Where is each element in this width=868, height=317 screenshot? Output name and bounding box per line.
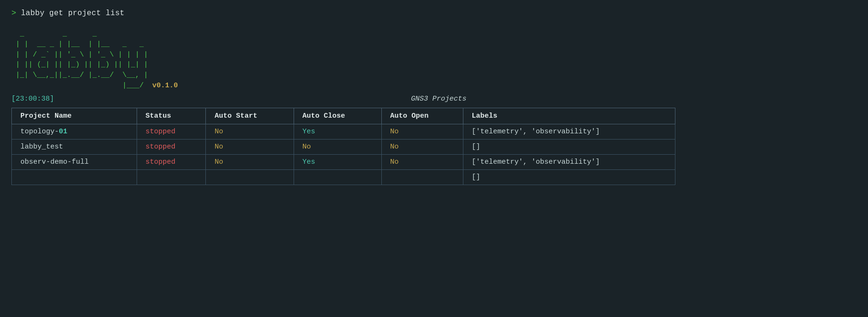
auto-start-value: No — [214, 158, 223, 166]
table-row: labby_test stopped No No No [] — [12, 139, 675, 154]
project-name-text: labby_test — [20, 143, 63, 151]
cell-labels: [] — [463, 169, 675, 185]
cell-auto-close: No — [294, 139, 381, 154]
version-badge: v0.1.0 — [152, 82, 178, 90]
col-header-project-name: Project Name — [12, 108, 137, 124]
ascii-art-text: _ _ _ | | __ _ | |__ | |__ _ _ | | / _` … — [11, 29, 857, 91]
cell-auto-start: No — [206, 124, 294, 139]
auto-close-value: Yes — [303, 128, 315, 136]
col-header-auto-start: Auto Start — [206, 108, 294, 124]
command-line: > labby get project list — [11, 9, 857, 18]
cell-status: stopped — [137, 139, 206, 154]
cell-labels: [] — [463, 139, 675, 154]
auto-open-value: No — [390, 143, 399, 151]
auto-start-value: No — [214, 128, 223, 136]
col-header-labels: Labels — [463, 108, 675, 124]
table-title: GNS3 Projects — [59, 95, 819, 103]
projects-table: Project Name Status Auto Start Auto Clos… — [11, 108, 675, 185]
col-header-auto-close: Auto Close — [294, 108, 381, 124]
col-header-status: Status — [137, 108, 206, 124]
status-value: stopped — [146, 158, 175, 166]
auto-open-value: No — [390, 158, 399, 166]
output-section: [23:00:38] GNS3 Projects Project Name St… — [11, 95, 857, 185]
timestamp-title-row: [23:00:38] GNS3 Projects — [11, 95, 857, 103]
status-value: stopped — [146, 143, 175, 151]
cell-auto-close — [294, 169, 381, 185]
cell-auto-open: No — [381, 154, 463, 169]
ascii-art-banner: _ _ _ | | __ _ | |__ | |__ _ _ | | / _` … — [11, 29, 857, 91]
cell-auto-close: Yes — [294, 124, 381, 139]
table-header-row: Project Name Status Auto Start Auto Clos… — [12, 108, 675, 124]
auto-close-value: Yes — [303, 158, 315, 166]
project-name-highlight: 01 — [59, 128, 67, 136]
table-row: [] — [12, 169, 675, 185]
cell-project-name: topology-01 — [12, 124, 137, 139]
cell-project-name: observ-demo-full — [12, 154, 137, 169]
timestamp: [23:00:38] — [11, 95, 54, 103]
cell-labels: ['telemetry', 'observability'] — [463, 154, 675, 169]
cell-project-name — [12, 169, 137, 185]
cell-auto-close: Yes — [294, 154, 381, 169]
cell-labels: ['telemetry', 'observability'] — [463, 124, 675, 139]
cell-status: stopped — [137, 154, 206, 169]
auto-close-value: No — [303, 143, 311, 151]
cell-auto-start — [206, 169, 294, 185]
table-row: topology-01 stopped No Yes No ['telemetr… — [12, 124, 675, 139]
cell-status: stopped — [137, 124, 206, 139]
terminal-container: > labby get project list _ _ _ | | __ _ … — [0, 0, 868, 194]
project-name-prefix: topology- — [20, 128, 59, 136]
col-header-auto-open: Auto Open — [381, 108, 463, 124]
status-value: stopped — [146, 128, 175, 136]
prompt-arrow: > — [11, 9, 16, 18]
auto-start-value: No — [214, 143, 223, 151]
command-text: labby get project list — [21, 9, 124, 18]
cell-auto-start: No — [206, 139, 294, 154]
project-name-text: observ-demo-full — [20, 158, 89, 166]
table-row: observ-demo-full stopped No Yes No ['tel… — [12, 154, 675, 169]
cell-auto-open: No — [381, 124, 463, 139]
cell-auto-start: No — [206, 154, 294, 169]
cell-auto-open — [381, 169, 463, 185]
cell-auto-open: No — [381, 139, 463, 154]
cell-status — [137, 169, 206, 185]
cell-project-name: labby_test — [12, 139, 137, 154]
auto-open-value: No — [390, 128, 399, 136]
